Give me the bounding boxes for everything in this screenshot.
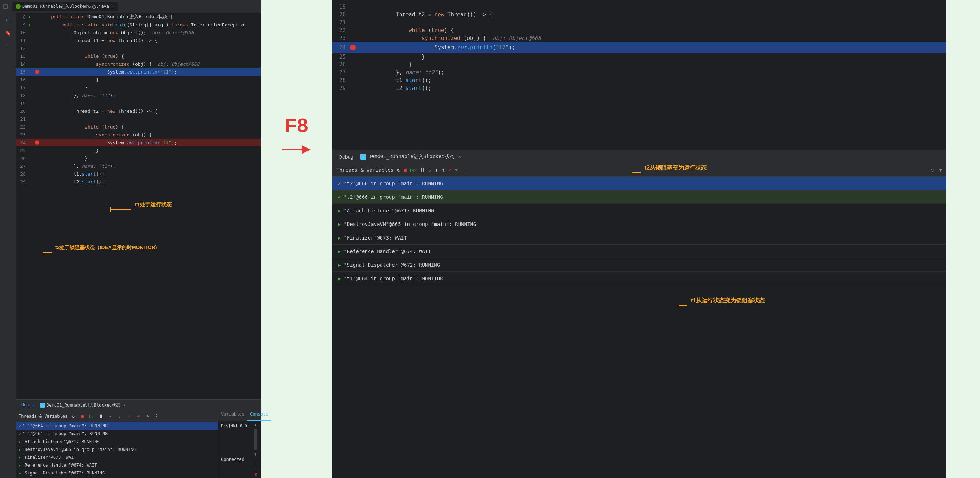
code-line-12: 12: [16, 44, 261, 52]
left-sidebar: ⊞ 🔖 ⋯: [0, 13, 16, 478]
right-pause-btn[interactable]: ⏸: [420, 167, 425, 173]
code-line-21: 21: [16, 115, 261, 123]
right-filter-btn[interactable]: ▽: [931, 167, 934, 173]
code-line-9: 9 ▶ public static void main(String[] arg…: [16, 21, 261, 29]
right-code-line-27: 27 }, name: "t2");: [332, 68, 947, 76]
code-line-27: 27 }, name: "t2");: [16, 162, 261, 170]
right-ide-panel: 19 20 Thread t2 = new Thread(() -> { 21 …: [332, 0, 947, 478]
separator2: [254, 470, 260, 470]
console-tab[interactable]: Console: [247, 410, 271, 421]
right-breakpoint-dot: [350, 44, 356, 50]
code-line-11: 11 Thread t1 = new Thread(() -> {: [16, 37, 261, 44]
step-into-btn[interactable]: ↓: [116, 413, 123, 420]
annotation-t2-blocked-text: t2处于锁阻塞状态（IDEA显示的时MONITOR): [56, 245, 157, 251]
right-thread-refhandler[interactable]: ▶ "Reference Handler"@674: WAIT: [332, 245, 947, 258]
right-stepinto-btn[interactable]: ↓: [435, 167, 438, 173]
left-tab-close[interactable]: ×: [112, 4, 114, 9]
code-line-19: 19: [16, 99, 261, 107]
step-out-btn[interactable]: ↑: [126, 413, 132, 420]
code-line-22: 22 while (true) {: [16, 123, 261, 131]
scroll-icons: ▲ ▼ ☰ 🗑: [254, 422, 260, 476]
code-line-24: 24 System.out.println("t2");: [16, 138, 261, 146]
code-line-25: 25 }: [16, 146, 261, 154]
right-session-icon: [360, 154, 366, 160]
right-thread-t1-monitor[interactable]: ▶ "t1"@664 in group "main": MONITOR: [332, 272, 947, 285]
right-code-line-19: 19: [332, 3, 947, 11]
svg-marker-9: [632, 170, 633, 175]
sidebar-more-icon[interactable]: ⋯: [3, 41, 12, 50]
left-tab-label: Demo01_Runnable进入Blocked状态.java: [22, 3, 109, 10]
right-code-line-29: 29 t2.start();: [332, 84, 947, 92]
right-thread-signal[interactable]: ▶ "Signal Dispatcher"@672: RUNNING: [332, 258, 947, 272]
right-thread-t2-running-2[interactable]: ✓ "t2"@666 in group "main": RUNNING: [332, 190, 947, 204]
right-stepout-btn[interactable]: ↑: [442, 167, 445, 173]
code-line-23: 23 synchronized (obj) {: [16, 131, 261, 138]
pause-btn[interactable]: ⏸: [97, 413, 105, 420]
code-line-8: 8 ▶ public class Demo01_Runnable进入Blocke…: [16, 13, 261, 21]
svg-marker-11: [679, 303, 679, 308]
right-stop-btn[interactable]: ■: [404, 167, 407, 173]
delete-icon[interactable]: 🗑: [254, 472, 260, 476]
annotation-t1-become-blocked-text: t1从运行状态变为锁阻塞状态: [691, 297, 765, 305]
right-thread-attach[interactable]: ▶ "Attach Listener"@671: RUNNING: [332, 204, 947, 218]
f8-section: F8: [261, 100, 332, 172]
code-line-26: 26 }: [16, 154, 261, 162]
sidebar-structure-icon[interactable]: ⊞: [3, 16, 12, 24]
variables-tab[interactable]: Variables: [218, 410, 247, 421]
right-resume-btn[interactable]: ▷▷: [410, 167, 417, 173]
arrow-right: [282, 143, 311, 158]
refresh-btn[interactable]: ↻: [70, 413, 77, 420]
svg-marker-5: [110, 207, 111, 212]
scrollbar-track[interactable]: [254, 429, 257, 450]
left-debug-session-close[interactable]: ×: [123, 403, 126, 408]
left-file-tab[interactable]: Demo01_Runnable进入Blocked状态.java ×: [12, 2, 118, 11]
step-over-btn[interactable]: ↗: [107, 413, 114, 420]
code-line-13: 13 while (true) {: [16, 52, 261, 60]
right-threads-label: Threads & Variables: [336, 167, 394, 173]
right-edit-btn[interactable]: ✎: [455, 167, 458, 173]
right-code-line-26: 26 }: [332, 61, 947, 68]
right-debug-tab-bar: Debug Demo01_Runnable进入Blocked状态 ×: [332, 150, 947, 163]
right-thread-list: ✓ "t2"@666 in group "main": RUNNING ✓ "t…: [332, 177, 947, 478]
left-tab-bar: Demo01_Runnable进入Blocked状态.java ×: [0, 0, 261, 13]
svg-marker-3: [302, 145, 311, 154]
right-more-btn[interactable]: ⋮: [461, 167, 466, 173]
mute-btn[interactable]: ⊘: [135, 413, 142, 420]
separator: [254, 461, 260, 461]
threads-variables-label: Threads & Variables: [19, 414, 67, 419]
right-code-line-21: 21: [332, 19, 947, 26]
left-debug-session: Demo01_Runnable进入Blocked状态: [46, 402, 120, 408]
right-thread-destroy[interactable]: ▶ "DestroyJavaVM"@665 in group "main": R…: [332, 218, 947, 231]
edit-btn[interactable]: ✎: [144, 413, 151, 420]
right-mute-btn[interactable]: ⊘: [448, 167, 451, 173]
right-refresh-btn[interactable]: ↻: [397, 167, 400, 173]
right-code-line-23: 23 synchronized (obj) { obj: Object@668: [332, 34, 947, 42]
code-line-20: 20 Thread t2 = new Thread(() -> {: [16, 107, 261, 115]
annotation-t1-running: t1处于运行状态: [110, 204, 189, 216]
stop-btn[interactable]: ■: [79, 413, 86, 420]
left-debug-tab[interactable]: Debug: [19, 401, 37, 410]
right-stepover-btn[interactable]: ↗: [429, 167, 431, 173]
more-btn[interactable]: ⋮: [153, 413, 161, 420]
scroll-down[interactable]: ▼: [254, 452, 260, 456]
list-icon[interactable]: ☰: [254, 463, 260, 467]
sidebar-bookmark-icon[interactable]: 🔖: [3, 29, 12, 37]
code-line-18: 18 }, name: "t1");: [16, 91, 261, 99]
left-ide-panel: Demo01_Runnable进入Blocked状态.java × ⊞ 🔖 ⋯ …: [0, 0, 261, 478]
code-line-29: 29 t2.start();: [16, 178, 261, 186]
right-dropdown-btn[interactable]: ▼: [939, 167, 942, 173]
left-debug-tab-bar: Debug Demo01_Runnable进入Blocked状态 ×: [16, 400, 261, 411]
svg-rect-0: [3, 4, 8, 9]
scroll-up[interactable]: ▲: [254, 422, 260, 427]
right-debug-session-close[interactable]: ×: [458, 154, 461, 160]
console-path: D:\jdk1.8.0: [221, 424, 258, 429]
f8-label: F8: [285, 114, 308, 137]
right-debug-tab-label[interactable]: Debug: [336, 153, 356, 161]
left-var-tab-bar: Variables Console: [218, 410, 261, 421]
right-thread-finalizer[interactable]: ▶ "Finalizer"@673: WAIT: [332, 231, 947, 245]
resume-btn[interactable]: ▷▷: [88, 413, 95, 420]
connected-status: Connected: [221, 457, 258, 462]
code-line-17: 17 }: [16, 84, 261, 91]
code-line-10: 10 Object obj = new Object(); obj: Objec…: [16, 29, 261, 37]
right-debug-session: Demo01_Runnable进入Blocked状态: [368, 154, 454, 160]
